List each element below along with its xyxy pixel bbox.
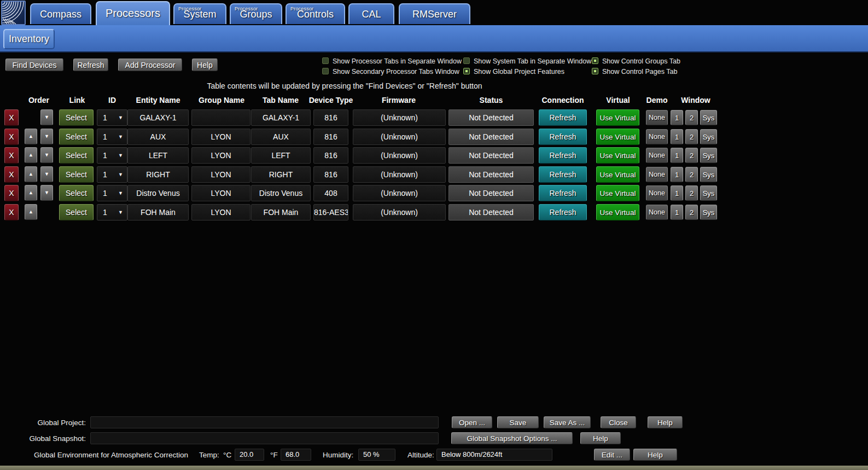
- move-down-button[interactable]: ▼: [40, 166, 53, 182]
- find-devices-button[interactable]: Find Devices: [5, 59, 63, 71]
- move-up-button[interactable]: ▲: [25, 166, 37, 182]
- window-2-button[interactable]: 2: [685, 185, 698, 201]
- environment-help-button[interactable]: Help: [633, 449, 677, 461]
- tab-name-field[interactable]: LEFT: [251, 147, 311, 164]
- window-2-button[interactable]: 2: [685, 148, 698, 163]
- project-save-button[interactable]: Save: [497, 416, 539, 428]
- refresh-button[interactable]: Refresh: [73, 59, 108, 71]
- checkbox-show-global-project-features[interactable]: [463, 68, 470, 74]
- global-project-field[interactable]: [90, 416, 439, 428]
- window-2-button[interactable]: 2: [685, 205, 698, 220]
- window-2-button[interactable]: 2: [685, 129, 698, 144]
- use-virtual-button[interactable]: Use Virtual: [596, 129, 639, 145]
- select-link-button[interactable]: Select: [59, 166, 94, 183]
- use-virtual-button[interactable]: Use Virtual: [596, 109, 639, 126]
- window-2-button[interactable]: 2: [685, 167, 698, 182]
- id-dropdown[interactable]: 1 ▼: [97, 129, 127, 145]
- window-1-button[interactable]: 1: [671, 205, 683, 220]
- window-sys-button[interactable]: Sys: [700, 129, 717, 144]
- tab-compass[interactable]: Compass: [30, 3, 91, 24]
- celsius-field[interactable]: 20.0: [235, 449, 264, 461]
- id-dropdown[interactable]: 1 ▼: [97, 185, 127, 201]
- entity-name-field[interactable]: AUX: [127, 129, 189, 145]
- tab-processor-controls[interactable]: Processor Controls: [286, 3, 345, 24]
- select-link-button[interactable]: Select: [59, 147, 94, 164]
- window-1-button[interactable]: 1: [671, 110, 683, 125]
- global-snapshot-field[interactable]: [90, 432, 439, 444]
- select-link-button[interactable]: Select: [59, 109, 94, 126]
- tab-name-field[interactable]: AUX: [251, 129, 311, 145]
- tab-name-field[interactable]: Distro Venus: [251, 185, 311, 201]
- checkbox-show-system-tab-separate[interactable]: [463, 57, 470, 64]
- connection-refresh-button[interactable]: Refresh: [539, 147, 587, 164]
- tab-processor-groups[interactable]: Processor Groups: [230, 3, 282, 24]
- checkbox-show-control-pages-tab[interactable]: [592, 68, 598, 74]
- window-2-button[interactable]: 2: [685, 110, 698, 125]
- demo-mode-button[interactable]: None: [646, 205, 668, 220]
- group-name-field[interactable]: LYON: [191, 166, 251, 183]
- group-name-field[interactable]: LYON: [191, 204, 251, 221]
- global-snapshot-options-button[interactable]: Global Snapshot Options ...: [451, 432, 573, 444]
- group-name-field[interactable]: LYON: [191, 147, 251, 164]
- select-link-button[interactable]: Select: [59, 204, 94, 221]
- demo-mode-button[interactable]: None: [646, 185, 668, 201]
- entity-name-field[interactable]: Distro Venus: [127, 185, 189, 201]
- remove-row-button[interactable]: X: [4, 204, 19, 221]
- tab-rmserver[interactable]: RMServer: [399, 3, 470, 24]
- window-1-button[interactable]: 1: [671, 148, 683, 163]
- checkbox-show-secondary-processor-tabs[interactable]: [322, 68, 329, 74]
- entity-name-field[interactable]: RIGHT: [127, 166, 189, 183]
- window-1-button[interactable]: 1: [671, 129, 683, 144]
- tab-processors[interactable]: Processors: [96, 1, 170, 25]
- project-save-as-button[interactable]: Save As ...: [544, 416, 591, 428]
- entity-name-field[interactable]: GALAXY-1: [127, 109, 189, 126]
- window-1-button[interactable]: 1: [671, 167, 683, 182]
- use-virtual-button[interactable]: Use Virtual: [596, 147, 639, 164]
- id-dropdown[interactable]: 1 ▼: [97, 109, 127, 126]
- window-1-button[interactable]: 1: [671, 185, 683, 201]
- tab-cal[interactable]: CAL: [348, 3, 394, 24]
- help-button[interactable]: Help: [192, 59, 218, 71]
- select-link-button[interactable]: Select: [59, 185, 94, 201]
- add-processor-button[interactable]: Add Processor: [118, 59, 182, 71]
- select-link-button[interactable]: Select: [59, 129, 94, 145]
- snapshot-help-button[interactable]: Help: [580, 432, 621, 444]
- environment-edit-button[interactable]: Edit ...: [594, 449, 630, 461]
- id-dropdown[interactable]: 1 ▼: [97, 204, 127, 221]
- demo-mode-button[interactable]: None: [646, 110, 668, 125]
- group-name-field[interactable]: [191, 109, 251, 126]
- demo-mode-button[interactable]: None: [646, 129, 668, 144]
- entity-name-field[interactable]: LEFT: [127, 147, 189, 164]
- checkbox-show-processor-tabs-separate[interactable]: [322, 57, 329, 64]
- project-close-button[interactable]: Close: [601, 416, 636, 428]
- connection-refresh-button[interactable]: Refresh: [539, 185, 587, 201]
- id-dropdown[interactable]: 1 ▼: [97, 166, 127, 183]
- use-virtual-button[interactable]: Use Virtual: [596, 166, 639, 183]
- move-up-button[interactable]: ▲: [25, 185, 37, 201]
- id-dropdown[interactable]: 1 ▼: [97, 147, 127, 164]
- use-virtual-button[interactable]: Use Virtual: [596, 185, 639, 201]
- connection-refresh-button[interactable]: Refresh: [539, 129, 587, 145]
- humidity-field[interactable]: 50 %: [358, 449, 395, 461]
- connection-refresh-button[interactable]: Refresh: [539, 166, 587, 183]
- move-up-button[interactable]: ▲: [25, 204, 37, 220]
- connection-refresh-button[interactable]: Refresh: [539, 109, 587, 126]
- move-down-button[interactable]: ▼: [40, 109, 53, 125]
- remove-row-button[interactable]: X: [4, 129, 19, 145]
- window-sys-button[interactable]: Sys: [700, 110, 717, 125]
- tab-processor-system[interactable]: Processor System: [173, 3, 226, 24]
- remove-row-button[interactable]: X: [4, 147, 19, 164]
- window-sys-button[interactable]: Sys: [700, 205, 717, 220]
- use-virtual-button[interactable]: Use Virtual: [596, 204, 639, 221]
- window-sys-button[interactable]: Sys: [700, 148, 717, 163]
- demo-mode-button[interactable]: None: [646, 167, 668, 182]
- checkbox-show-control-groups-tab[interactable]: [592, 57, 598, 64]
- project-open-button[interactable]: Open ...: [452, 416, 492, 428]
- project-help-button[interactable]: Help: [648, 416, 683, 428]
- group-name-field[interactable]: LYON: [191, 185, 251, 201]
- remove-row-button[interactable]: X: [4, 166, 19, 183]
- tab-name-field[interactable]: GALAXY-1: [251, 109, 311, 126]
- move-up-button[interactable]: ▲: [25, 147, 37, 163]
- tab-name-field[interactable]: FOH Main: [251, 204, 311, 221]
- demo-mode-button[interactable]: None: [646, 148, 668, 163]
